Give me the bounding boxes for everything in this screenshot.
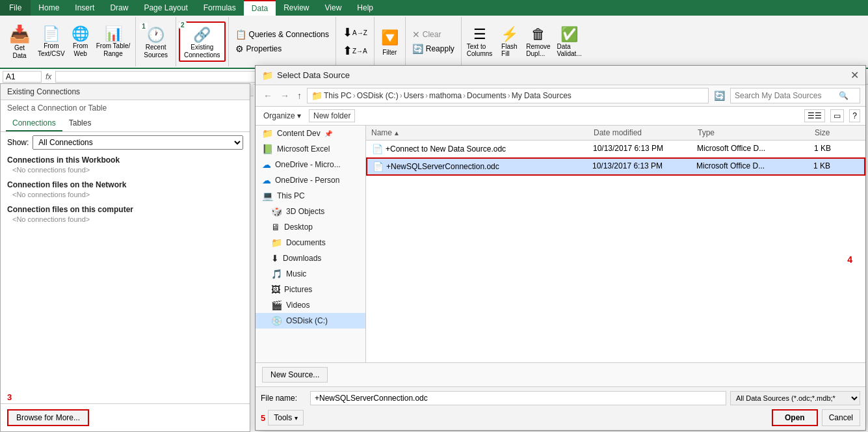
from-text-csv-button[interactable]: 📄 FromText/CSV <box>35 24 68 59</box>
nav-up-button[interactable]: ↑ <box>295 89 304 102</box>
nav-item-3d-objects[interactable]: 🎲 3D Objects <box>256 204 365 219</box>
ribbon-tab-review[interactable]: Review <box>276 0 317 16</box>
file-name-input[interactable] <box>310 391 726 405</box>
browse-for-more-button[interactable]: Browse for More... <box>7 409 89 426</box>
file2-icon: 📄 <box>373 161 384 172</box>
ribbon-tab-view[interactable]: View <box>317 0 350 16</box>
file-name-label: File name: <box>261 394 306 403</box>
formula-fx: fx <box>43 72 54 81</box>
file1-name: +Connect to New Data Source.odc <box>386 144 506 154</box>
ribbon-tab-data[interactable]: Data <box>244 0 276 16</box>
search-input[interactable] <box>735 91 839 100</box>
show-dropdown[interactable]: All Connections This Workbook Network Co… <box>33 135 243 150</box>
cell-name-box[interactable] <box>3 71 42 83</box>
downloads-icon: ⬇ <box>271 253 279 263</box>
view-details-button[interactable]: ☰☰ <box>804 109 825 122</box>
nav-item-onedrive-person[interactable]: ☁ OneDrive - Person <box>256 172 365 188</box>
clear-button[interactable]: ✕ Clear <box>410 28 457 41</box>
nav-item-content-dev[interactable]: 📁 Content Dev 📌 <box>256 126 365 141</box>
section-computer: Connection files on this computer <No co… <box>7 205 243 223</box>
videos-icon: 🎬 <box>271 300 282 310</box>
ribbon-tab-help[interactable]: Help <box>349 0 381 16</box>
data-validation-button[interactable]: ✅ DataValidat... <box>555 25 585 59</box>
ribbon-tab-formulas[interactable]: Formulas <box>196 0 244 16</box>
nav-item-desktop[interactable]: 🖥 Desktop <box>256 219 365 235</box>
ribbon-tab-draw[interactable]: Draw <box>102 0 136 16</box>
recent-sources-button[interactable]: 1 🕐 RecentSources <box>138 21 173 62</box>
file-list-header: Name▲ Date modified Type Size <box>366 126 865 141</box>
existing-panel-title: Existing Connections <box>1 84 250 100</box>
show-label: Show: <box>7 138 29 147</box>
ribbon-tab-home[interactable]: Home <box>31 0 67 16</box>
sort-asc-button[interactable]: ⬇A→Z <box>340 24 370 41</box>
nav-item-music[interactable]: 🎵 Music <box>256 266 365 282</box>
file1-icon: 📄 <box>372 144 383 154</box>
nav-item-videos[interactable]: 🎬 Videos <box>256 297 365 313</box>
properties-button[interactable]: ⚙ Properties <box>233 42 332 55</box>
path-users[interactable]: Users <box>404 91 424 100</box>
nav-item-excel[interactable]: 📗 Microsoft Excel <box>256 141 365 157</box>
get-data-button[interactable]: 📥 GetData <box>5 23 34 61</box>
refresh-button[interactable]: 🔄 <box>711 89 728 102</box>
tab-connections[interactable]: Connections <box>6 116 62 131</box>
from-table-range-button[interactable]: 📊 From Table/Range <box>94 24 133 59</box>
remove-dupl-button[interactable]: 🗑 RemoveDupl... <box>523 25 553 59</box>
ribbon-tab-page-layout[interactable]: Page Layout <box>136 0 195 16</box>
select-data-source-dialog: 📁 Select Data Source ✕ ← → ↑ 📁 This PC ›… <box>255 65 866 431</box>
tools-button[interactable]: Tools ▾ <box>268 410 303 425</box>
path-osdisk[interactable]: OSDisk (C:) <box>357 91 399 100</box>
open-button[interactable]: Open <box>772 409 818 426</box>
nav-forward-button[interactable]: → <box>278 89 292 102</box>
text-to-columns-button[interactable]: ☰ Text toColumns <box>464 25 495 59</box>
music-icon: 🎵 <box>271 269 282 279</box>
sort-desc-button[interactable]: ⬆Z→A <box>340 42 370 59</box>
new-folder-button[interactable]: New folder <box>309 109 355 122</box>
dialog-title: Select Data Source <box>277 70 350 80</box>
nav-item-documents[interactable]: 📁 Documents <box>256 235 365 250</box>
section-workbook: Connections in this Workbook <No connect… <box>7 155 243 174</box>
path-this-pc[interactable]: This PC <box>324 91 352 100</box>
onedrive-icon: ☁ <box>262 159 271 170</box>
desktop-icon: 🖥 <box>271 222 280 232</box>
file1-type: Microsoft Office D... <box>697 144 814 154</box>
nav-back-button[interactable]: ← <box>261 89 275 102</box>
dialog-titlebar: 📁 Select Data Source ✕ <box>256 66 865 85</box>
step4-label: 4 <box>847 254 852 265</box>
organize-button[interactable]: Organize ▾ <box>261 110 304 122</box>
dialog-close-button[interactable]: ✕ <box>850 69 859 81</box>
help-view-button[interactable]: ? <box>849 109 860 122</box>
file-row-1[interactable]: 📄 +Connect to New Data Source.odc 10/13/… <box>366 141 865 157</box>
nav-item-this-pc[interactable]: 💻 This PC <box>256 188 365 204</box>
file-row-2[interactable]: 📄 +NewSQLServerConnection.odc 10/13/2017… <box>366 157 865 176</box>
documents-icon: 📁 <box>271 237 282 248</box>
3d-objects-icon: 🎲 <box>271 206 282 217</box>
ribbon-tab-insert[interactable]: Insert <box>67 0 102 16</box>
step3-label: 3 <box>1 391 250 403</box>
view-tiles-button[interactable]: ▭ <box>830 109 844 122</box>
pc-icon: 💻 <box>262 191 273 201</box>
tab-tables[interactable]: Tables <box>62 116 98 131</box>
existing-connections-panel: Existing Connections Select a Connection… <box>0 83 250 432</box>
existing-connections-button[interactable]: 2 🔗 ExistingConnections <box>179 21 226 62</box>
nav-item-osdisk[interactable]: 💿 OSDisk (C:) <box>256 313 365 329</box>
file2-type: Microsoft Office D... <box>696 161 813 172</box>
reapply-button[interactable]: 🔄 Reapply <box>410 42 457 55</box>
file-type-dropdown[interactable]: All Data Sources (*.odc;*.mdb;* <box>730 391 860 405</box>
onedrive-person-icon: ☁ <box>262 175 271 185</box>
new-source-button[interactable]: New Source... <box>262 367 328 383</box>
folder-icon: 📁 <box>262 128 273 139</box>
from-web-button[interactable]: 🌐 FromWeb <box>69 24 92 59</box>
queries-connections-button[interactable]: 📋 Queries & Connections <box>233 28 332 41</box>
filter-label: Filter <box>382 49 397 56</box>
flash-fill-button[interactable]: ⚡ FlashFill <box>496 25 522 59</box>
path-mathoma[interactable]: mathoma <box>429 91 462 100</box>
cancel-button[interactable]: Cancel <box>822 409 860 426</box>
path-my-data-sources[interactable]: My Data Sources <box>512 91 572 100</box>
nav-item-pictures[interactable]: 🖼 Pictures <box>256 282 365 297</box>
filter-button[interactable]: 🔽 <box>378 28 401 47</box>
path-documents[interactable]: Documents <box>467 91 506 100</box>
nav-item-onedrive-micro[interactable]: ☁ OneDrive - Micro... <box>256 157 365 172</box>
ribbon-tab-file[interactable]: File <box>0 0 31 16</box>
nav-item-downloads[interactable]: ⬇ Downloads <box>256 250 365 266</box>
file1-date: 10/13/2017 6:13 PM <box>593 144 697 154</box>
